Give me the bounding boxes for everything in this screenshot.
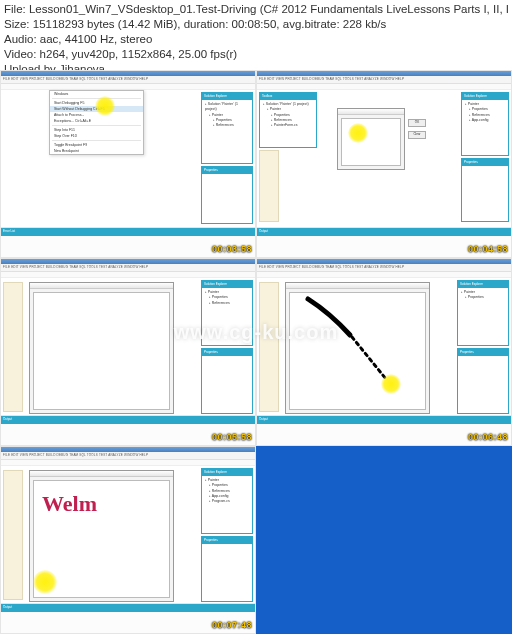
clear-button[interactable]: Clear (408, 131, 426, 139)
menu-item-windows[interactable]: Windows (50, 91, 143, 97)
meta-audio: Audio: aac, 44100 Hz, stereo (4, 32, 508, 47)
form-canvas[interactable] (289, 292, 426, 410)
solution-explorer-panel[interactable]: Solution Explorer Painter Properties Ref… (201, 468, 253, 534)
meta-video: Video: h264, yuv420p, 1152x864, 25.00 fp… (4, 47, 508, 62)
brush-stroke (290, 293, 430, 413)
properties-panel[interactable]: Properties (201, 348, 253, 414)
painter-form-window[interactable] (29, 282, 174, 414)
solution-explorer-panel[interactable]: Solution Explorer Painter Properties Ref… (461, 92, 509, 156)
painter-form-window[interactable]: OK Clear (337, 108, 405, 170)
form-titlebar[interactable] (338, 109, 404, 115)
form-canvas[interactable] (341, 118, 401, 166)
menubar[interactable]: FILE EDIT VIEW PROJECT BUILD DEBUG TEAM … (257, 76, 511, 84)
timestamp: 00:04:58 (468, 244, 508, 254)
cursor-highlight (348, 123, 368, 143)
menu-item-step-over[interactable]: Step Over F10 (50, 133, 143, 139)
thumb-1: FILE EDIT VIEW PROJECT BUILD DEBUG TEAM … (0, 70, 256, 258)
debug-menu-dropdown[interactable]: Windows Start Debugging F5 Start Without… (49, 90, 144, 155)
error-list-tab[interactable]: Error List (1, 228, 255, 236)
thumb-5: FILE EDIT VIEW PROJECT BUILD DEBUG TEAM … (0, 446, 256, 634)
properties-panel[interactable]: Properties (201, 536, 253, 602)
form-canvas[interactable]: Welm (33, 480, 170, 598)
ok-button[interactable]: OK (408, 119, 426, 127)
panel-header: Properties (202, 167, 252, 174)
handwriting-text: Welm (42, 491, 97, 517)
properties-panel[interactable]: Properties (201, 166, 253, 224)
meta-file: File: Lesson01_Win7_VSdesktop_01.Test-Dr… (4, 2, 508, 17)
menu-item-new-bp[interactable]: New Breakpoint (50, 148, 143, 154)
thumb-2: FILE EDIT VIEW PROJECT BUILD DEBUG TEAM … (256, 70, 512, 258)
properties-panel[interactable]: Properties (457, 348, 509, 414)
options-sidebar[interactable] (3, 282, 23, 412)
form-canvas[interactable] (33, 292, 170, 410)
timestamp: 00:06:48 (468, 432, 508, 442)
timestamp: 00:07:48 (212, 620, 252, 630)
metadata-block: File: Lesson01_Win7_VSdesktop_01.Test-Dr… (0, 0, 512, 79)
solution-explorer-panel[interactable]: Solution Explorer Solution 'Painter' (1 … (201, 92, 253, 164)
painter-form-window[interactable] (285, 282, 430, 414)
solution-explorer-panel[interactable]: Solution Explorer Painter Properties (457, 280, 509, 346)
panel-header: Solution Explorer (202, 93, 252, 100)
timestamp: 00:03:58 (212, 244, 252, 254)
toolbox-panel[interactable]: Toolbox Solution 'Painter' (1 project) P… (259, 92, 317, 148)
thumb-3: FILE EDIT VIEW PROJECT BUILD DEBUG TEAM … (0, 258, 256, 446)
options-sidebar[interactable] (259, 150, 279, 222)
solution-tree[interactable]: Solution 'Painter' (1 project) Painter P… (202, 100, 252, 130)
properties-panel[interactable]: Properties (461, 158, 509, 222)
timestamp: 00:05:58 (212, 432, 252, 442)
meta-size: Size: 15118293 bytes (14.42 MiB), durati… (4, 17, 508, 32)
options-sidebar[interactable] (259, 282, 279, 412)
menubar[interactable]: FILE EDIT VIEW PROJECT BUILD DEBUG TEAM … (1, 76, 255, 84)
thumbnail-grid: FILE EDIT VIEW PROJECT BUILD DEBUG TEAM … (0, 70, 512, 634)
solution-explorer-panel[interactable]: Solution Explorer Painter Properties Ref… (201, 280, 253, 346)
thumb-4: FILE EDIT VIEW PROJECT BUILD DEBUG TEAM … (256, 258, 512, 446)
menu-item-exceptions[interactable]: Exceptions... Ctrl+Alt+E (50, 118, 143, 124)
options-sidebar[interactable] (3, 470, 23, 600)
thumb-6-blank (256, 446, 512, 634)
painter-form-window[interactable]: Welm (29, 470, 174, 602)
